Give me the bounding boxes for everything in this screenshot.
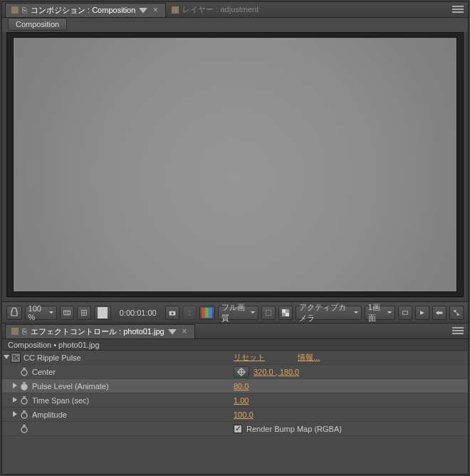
- twirl-open-icon[interactable]: [2, 350, 11, 363]
- checkbox-render-bump[interactable]: ✓: [234, 425, 242, 433]
- stopwatch-active-icon[interactable]: [19, 381, 29, 391]
- composition-canvas[interactable]: [14, 38, 456, 291]
- prop-row-time-span: Time Span (sec) 1.00: [2, 393, 468, 408]
- svg-rect-16: [437, 311, 443, 314]
- tab-label: レイヤー : adjustment: [182, 4, 258, 15]
- prop-label: Amplitude: [32, 410, 67, 419]
- layer-swatch-icon: [11, 328, 19, 335]
- tab-label: コンポジション : Composition: [31, 5, 135, 16]
- svg-point-34: [21, 398, 27, 404]
- fast-previews-icon[interactable]: [415, 306, 429, 320]
- channel-icon[interactable]: [199, 306, 215, 320]
- crosshair-icon[interactable]: [234, 366, 249, 378]
- svg-rect-12: [282, 309, 286, 313]
- svg-marker-22: [4, 355, 9, 359]
- info-link[interactable]: 情報...: [298, 352, 320, 363]
- prop-label: Center: [32, 368, 56, 376]
- prop-row-center: Center 320.0 , 180.0: [2, 365, 468, 379]
- zoom-value: 100 %: [28, 304, 47, 321]
- reset-link[interactable]: リセット: [234, 352, 265, 363]
- svg-marker-29: [13, 383, 17, 388]
- fx-badge-icon[interactable]: fx: [11, 353, 21, 363]
- prop-row-pulse-level[interactable]: Pulse Level (Animate) 80.0: [2, 379, 468, 393]
- prop-label: Pulse Level (Animate): [32, 382, 109, 390]
- svg-rect-19: [457, 314, 459, 315]
- linked-icon: ⎘: [22, 327, 27, 336]
- region-icon[interactable]: [261, 306, 276, 320]
- prop-row-amplitude: Amplitude 100.0: [2, 408, 468, 422]
- svg-rect-18: [454, 310, 456, 311]
- tab-label: エフェクトコントロール : photo01.jpg: [31, 326, 164, 337]
- tab-composition[interactable]: ⎘ コンポジション : Composition ×: [5, 3, 166, 17]
- svg-point-41: [21, 427, 27, 433]
- prop-label: Time Span (sec): [32, 396, 89, 405]
- view-layout-dropdown[interactable]: 1画面: [365, 306, 395, 320]
- prop-value[interactable]: 1.00: [234, 396, 249, 405]
- viewer-breadcrumb: Composition: [2, 18, 468, 32]
- chevron-down-icon[interactable]: [168, 327, 177, 336]
- stopwatch-icon[interactable]: [19, 424, 29, 434]
- tab-effect-controls[interactable]: ⎘ エフェクトコントロール : photo01.jpg ×: [5, 324, 195, 338]
- svg-point-30: [21, 384, 27, 390]
- viewer-tabbar: ⎘ コンポジション : Composition × レイヤー : adjustm…: [2, 2, 468, 18]
- resolution-icon[interactable]: [60, 306, 74, 320]
- svg-marker-0: [139, 8, 147, 14]
- fx-empty-area: [2, 436, 468, 474]
- flowchart-button[interactable]: [449, 306, 464, 320]
- prop-value[interactable]: 80.0: [234, 382, 249, 390]
- svg-rect-14: [402, 311, 407, 314]
- tab-layer[interactable]: レイヤー : adjustment: [166, 3, 264, 17]
- quality-value: フル画質: [221, 302, 247, 324]
- twirl-closed-icon[interactable]: [11, 378, 19, 392]
- lock-icon[interactable]: [6, 306, 22, 320]
- comp-swatch-icon: [11, 6, 19, 14]
- svg-rect-1: [64, 311, 70, 315]
- svg-marker-33: [13, 397, 17, 403]
- svg-point-38: [21, 413, 27, 418]
- svg-point-9: [188, 311, 190, 313]
- effect-name: CC Ripple Pulse: [24, 353, 81, 362]
- snapshot-icon[interactable]: [165, 306, 179, 320]
- chevron-down-icon[interactable]: [139, 6, 147, 14]
- close-icon[interactable]: ×: [151, 6, 160, 14]
- svg-line-20: [455, 311, 458, 314]
- zoom-dropdown[interactable]: 100 %: [25, 306, 58, 320]
- close-icon[interactable]: ×: [180, 327, 189, 336]
- stopwatch-icon[interactable]: [19, 395, 29, 405]
- mask-toggle-icon[interactable]: [94, 306, 110, 320]
- svg-rect-10: [266, 310, 271, 315]
- preview-area: [6, 32, 464, 297]
- fx-tabbar: ⎘ エフェクトコントロール : photo01.jpg ×: [2, 324, 468, 339]
- svg-marker-21: [168, 329, 177, 335]
- prop-value[interactable]: 100.0: [234, 410, 254, 419]
- stopwatch-icon[interactable]: [19, 367, 29, 377]
- breadcrumb-item[interactable]: Composition: [8, 18, 67, 31]
- stopwatch-icon[interactable]: [19, 410, 29, 420]
- effect-controls-panel: ⎘ エフェクトコントロール : photo01.jpg × Compositio…: [2, 324, 468, 474]
- show-snapshot-icon[interactable]: [182, 306, 197, 320]
- camera-value: アクティブカメラ: [299, 302, 351, 324]
- current-time[interactable]: 0:00:01:00: [114, 309, 162, 317]
- view-value: 1画面: [368, 302, 385, 324]
- quality-dropdown[interactable]: フル画質: [218, 306, 258, 320]
- camera-dropdown[interactable]: アクティブカメラ: [296, 306, 362, 320]
- svg-point-23: [21, 370, 27, 376]
- prop-label: Render Bump Map (RGBA): [246, 425, 342, 433]
- effect-header-row[interactable]: fx CC Ripple Pulse リセット 情報...: [2, 351, 468, 365]
- svg-marker-37: [13, 411, 17, 417]
- timeline-button[interactable]: [432, 306, 446, 320]
- panel-menu-icon[interactable]: [452, 4, 464, 14]
- viewer-footer: 100 % 0:00:01:00 フル画質: [2, 301, 468, 323]
- svg-rect-13: [286, 313, 289, 316]
- twirl-closed-icon[interactable]: [11, 393, 19, 406]
- safe-zones-icon[interactable]: [77, 306, 91, 320]
- twirl-closed-icon[interactable]: [11, 407, 19, 420]
- prop-row-render-bump: ✓ Render Bump Map (RGBA): [2, 422, 468, 436]
- fx-breadcrumb: Composition • photo01.jpg: [2, 339, 468, 351]
- panel-menu-icon[interactable]: [452, 326, 464, 336]
- pixel-aspect-icon[interactable]: [398, 306, 412, 320]
- transparency-grid-icon[interactable]: [278, 306, 293, 320]
- linked-icon: ⎘: [22, 6, 27, 14]
- prop-value[interactable]: 320.0 , 180.0: [254, 368, 299, 376]
- svg-point-8: [171, 312, 173, 314]
